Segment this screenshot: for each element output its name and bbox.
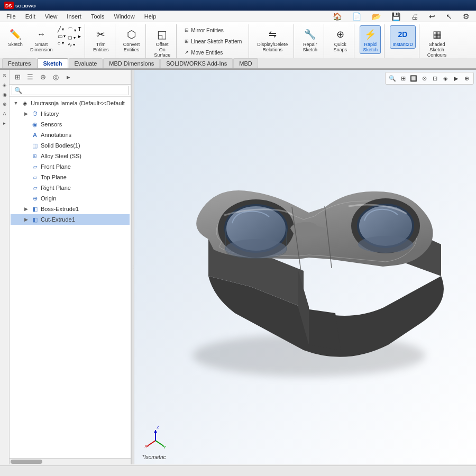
shaded-icon: ▦	[429, 27, 444, 42]
tree-item-right-plane[interactable]: ▶ ▱ Right Plane	[11, 182, 130, 193]
toolbar-undo[interactable]: ↩	[425, 11, 440, 22]
convert-entities-button[interactable]: ⬡ ConvertEntities	[121, 25, 143, 54]
menu-view[interactable]: View	[41, 12, 62, 21]
tree-item-front-plane[interactable]: ▶ ▱ Front Plane	[11, 161, 130, 172]
offset-surface-button[interactable]: ◱ OffsetOnSurface	[151, 25, 173, 59]
svg-point-10	[225, 239, 287, 258]
toolbar-new[interactable]: 📄	[348, 11, 365, 22]
tab-evaluate[interactable]: Evaluate	[69, 58, 103, 68]
menu-insert[interactable]: Insert	[62, 12, 86, 21]
polygon-tool[interactable]: ⬡	[68, 35, 72, 41]
sidebar-scrollbar[interactable]	[10, 458, 131, 464]
vp-play-btn[interactable]: ▶	[451, 74, 461, 83]
sidebar-icon-list[interactable]: ☰	[24, 71, 36, 83]
mirror-entities-button[interactable]: ⊟ Mirror Entities	[182, 26, 245, 35]
rect-dropdown[interactable]: ▾	[63, 34, 66, 39]
linear-pattern-button[interactable]: ⊞ Linear Sketch Pattern	[182, 37, 245, 46]
solid-label: Solid Bodies(1)	[41, 142, 80, 149]
tab-bar: Features Sketch Evaluate MBD Dimensions …	[0, 58, 476, 69]
toolbar-save[interactable]: 💾	[387, 11, 405, 22]
tree-item-sensors[interactable]: ▶ ◉ Sensors	[11, 119, 130, 130]
circle-tool[interactable]: ○	[58, 40, 61, 46]
viewport[interactable]: X Y Z *Isometric 🔍 ⊞ 🔲 ⊙ ⊡ ◈ ▶ ⊕	[134, 70, 476, 464]
mirror-label: Mirror Entities	[191, 28, 224, 33]
line-tool[interactable]: ╱	[58, 26, 61, 32]
smart-dim-label: SmartDimension	[30, 42, 53, 52]
origin-icon: ⊕	[31, 194, 39, 203]
vp-display-btn[interactable]: 🔲	[409, 74, 418, 83]
tab-addins[interactable]: SOLIDWORKS Add-Ins	[160, 58, 233, 68]
left-tool-1[interactable]: S	[1, 72, 8, 79]
left-tool-3[interactable]: ◉	[1, 91, 8, 98]
menu-tools[interactable]: Tools	[87, 12, 109, 21]
toolbar-cursor[interactable]: ↖	[442, 11, 456, 22]
vp-hide-btn[interactable]: ⊡	[430, 74, 440, 83]
rect-tool[interactable]: ▭	[58, 33, 62, 39]
instant2d-button[interactable]: 2D Instant2D	[390, 25, 416, 49]
tab-mbd[interactable]: MBD	[233, 58, 258, 68]
tab-mbd-dimensions[interactable]: MBD Dimensions	[103, 58, 160, 68]
filter-input[interactable]	[12, 86, 129, 95]
history-expand[interactable]: ▶	[23, 111, 29, 117]
sidebar-icon-target[interactable]: ◎	[50, 71, 61, 83]
sidebar-icon-plus[interactable]: ⊕	[37, 71, 49, 83]
display-delete-button[interactable]: ⇋ Display/DeleteRelations	[254, 25, 290, 54]
rapid-sketch-button[interactable]: ⚡ RapidSketch	[360, 25, 381, 54]
left-tool-2[interactable]: ◈	[1, 81, 8, 89]
arc-dropdown[interactable]: ▾	[74, 28, 76, 33]
toolbar-settings[interactable]: ⚙	[459, 11, 474, 22]
smart-dimension-button[interactable]: ↔ SmartDimension	[28, 25, 56, 54]
tree-item-root[interactable]: ▼ ◈ Unutrasnja lamela (Default<<Default	[11, 98, 130, 108]
spline-dropdown[interactable]: ▾	[73, 42, 75, 47]
move-entities-button[interactable]: ↗ Move Entities	[182, 48, 245, 57]
vp-appearance-btn[interactable]: ◈	[441, 74, 450, 83]
tree-item-annotations[interactable]: ▶ A Annotations	[11, 130, 130, 140]
toolbar-open[interactable]: 📂	[368, 11, 385, 22]
tab-sketch[interactable]: Sketch	[37, 58, 68, 68]
toolbar-print[interactable]: 🖨	[407, 11, 423, 22]
line-dropdown[interactable]: ▾	[62, 27, 64, 32]
polygon-dropdown[interactable]: ▾	[74, 35, 76, 40]
vp-add-btn[interactable]: ⊕	[462, 74, 471, 83]
menu-help[interactable]: Help	[140, 12, 161, 21]
boss-expand[interactable]: ▶	[23, 206, 29, 212]
feature-tree: ▼ ◈ Unutrasnja lamela (Default<<Default …	[10, 97, 131, 458]
tree-item-top-plane[interactable]: ▶ ▱ Top Plane	[11, 172, 130, 182]
relations-icon: ⇋	[265, 27, 280, 42]
tree-item-origin[interactable]: ▶ ⊕ Origin	[11, 193, 130, 204]
sidebar-scroll-thumb[interactable]	[11, 460, 42, 464]
shaded-label: ShadedSketchContours	[427, 42, 447, 58]
trim-entities-button[interactable]: ✂ TrimEntities	[90, 25, 112, 54]
arc-tool[interactable]: ⌒	[68, 26, 73, 34]
tree-item-boss-extrude1[interactable]: ▶ ◧ Boss-Extrude1	[11, 204, 130, 214]
menu-window[interactable]: Window	[110, 12, 139, 21]
shaded-contours-button[interactable]: ▦ ShadedSketchContours	[425, 25, 450, 59]
tree-item-cut-extrude1[interactable]: ▶ ◧ Cut-Extrude1	[11, 214, 130, 225]
rapid-icon: ⚡	[363, 27, 378, 42]
vp-search-btn[interactable]: 🔍	[388, 74, 397, 83]
menu-edit[interactable]: Edit	[21, 12, 40, 21]
repair-sketch-button[interactable]: 🔧 RepairSketch	[299, 25, 321, 54]
tree-item-solid-bodies[interactable]: ▶ ◫ Solid Bodies(1)	[11, 140, 130, 151]
sketch-button[interactable]: ✏️ Sketch	[5, 25, 25, 49]
left-tool-5[interactable]: A	[1, 110, 8, 117]
menu-file[interactable]: File	[2, 12, 20, 21]
quick-snaps-button[interactable]: ⊕ QuickSnaps	[329, 25, 351, 54]
spline-tool[interactable]: ∿	[68, 42, 72, 48]
cut-expand[interactable]: ▶	[23, 216, 29, 223]
tab-features[interactable]: Features	[2, 58, 36, 68]
sidebar-icon-arrow[interactable]: ▸	[62, 71, 74, 83]
sidebar-icon-grid[interactable]: ⊞	[12, 71, 23, 83]
more-tools[interactable]: ▸	[78, 33, 81, 39]
toolbar-home[interactable]: 🏠	[328, 11, 346, 22]
left-tool-6[interactable]: ▸	[1, 120, 8, 127]
sketch-label: Sketch	[8, 42, 23, 47]
text-tool[interactable]: T	[78, 26, 81, 32]
tree-item-history[interactable]: ▶ ⏱ History	[11, 108, 130, 119]
root-expand[interactable]: ▼	[13, 100, 19, 106]
vp-view-btn[interactable]: ⊞	[398, 74, 408, 83]
tree-item-alloy-steel[interactable]: ▶ ⊞ Alloy Steel (SS)	[11, 151, 130, 161]
left-tool-4[interactable]: ⊕	[1, 100, 8, 108]
vp-section-btn[interactable]: ⊙	[419, 74, 429, 83]
circle-dropdown[interactable]: ▾	[62, 41, 64, 45]
